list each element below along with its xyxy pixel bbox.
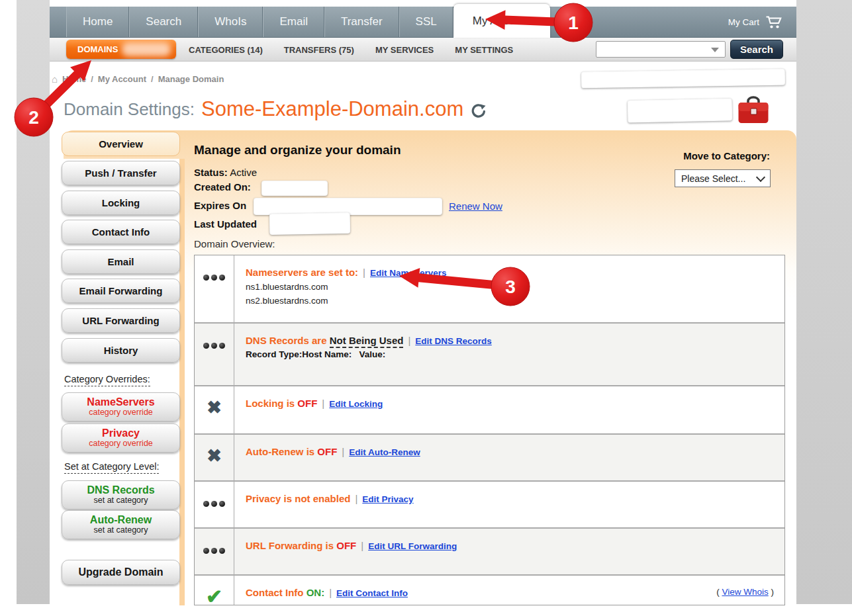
redacted-updated-date — [269, 212, 351, 235]
separator: | — [329, 587, 332, 598]
redacted-created-date — [261, 181, 328, 196]
sub-nav-item-transfers-75-[interactable]: TRANSFERS (75) — [284, 45, 354, 55]
top-nav-tab-ssl[interactable]: SSL — [399, 7, 453, 37]
title-segment: OFF — [336, 540, 356, 551]
overview-row-edit-auto-renew: ✖Auto-Renew is OFF|Edit Auto-Renew — [195, 435, 784, 482]
sidebar-tab-locking[interactable]: Locking — [62, 191, 180, 215]
top-nav-tab-transfer[interactable]: Transfer — [324, 7, 399, 37]
title-segment: Privacy is not enabled — [246, 493, 350, 504]
my-cart-button[interactable]: My Cart — [728, 7, 783, 38]
top-navigation-bar: HomeSearchWhoIsEmailTransferSSLMy Accoun… — [50, 7, 796, 38]
edit-privacy-link[interactable]: Edit Privacy — [362, 494, 413, 504]
separator: | — [322, 398, 324, 409]
sidebar-tab-url-forwarding[interactable]: URL Forwarding — [62, 308, 180, 333]
overview-row-edit-contact-info: ✔Contact Info ON:|Edit Contact Info( Vie… — [195, 576, 784, 605]
edit-locking-link[interactable]: Edit Locking — [329, 399, 383, 409]
search-button[interactable]: Search — [730, 40, 783, 59]
breadcrumb-item-my-account[interactable]: My Account — [98, 74, 146, 84]
category-overrides-heading: Category Overrides: — [64, 374, 150, 386]
sub-nav-domains-tab[interactable]: DOMAINS — [66, 40, 176, 59]
renew-now-link[interactable]: Renew Now — [449, 200, 502, 212]
page-title-prefix: Domain Settings: — [64, 99, 195, 120]
top-nav-tab-my-account[interactable]: My Account — [453, 4, 550, 38]
top-nav-tab-whois[interactable]: WhoIs — [198, 7, 263, 37]
set-at-category-heading: Set at Category Level: — [64, 461, 159, 474]
sidebar-tab-history[interactable]: History — [62, 338, 180, 363]
sidebar-upgrade-domain-button[interactable]: Upgrade Domain — [62, 560, 180, 585]
row-content: Contact Info ON:|Edit Contact Info( View… — [234, 576, 784, 605]
separator: | — [342, 446, 344, 457]
breadcrumb-separator: / — [91, 74, 93, 84]
sub-nav-item-my-settings[interactable]: MY SETTINGS — [455, 45, 513, 55]
toolbox-icon[interactable] — [737, 96, 769, 128]
row-title: DNS Records are Not Being Used|Edit DNS … — [246, 335, 775, 346]
expires-on-label: Expires On — [194, 200, 246, 211]
sidebar-tab-push-transfer[interactable]: Push / Transfer — [62, 161, 180, 185]
home-icon: ⌂ — [52, 73, 58, 85]
row-content: Privacy is not enabled|Edit Privacy — [234, 482, 784, 527]
dots-icon — [195, 529, 234, 574]
edit-nameservers-link[interactable]: Edit NameServers — [370, 268, 447, 278]
sidebar-tab-email[interactable]: Email — [62, 249, 180, 274]
overview-row-edit-dns-records: DNS Records are Not Being Used|Edit DNS … — [195, 324, 784, 386]
combobox-dropdown-arrow-icon[interactable] — [711, 48, 719, 52]
sidebar-tab-email-forwarding[interactable]: Email Forwarding — [62, 279, 180, 303]
domain-search-input[interactable] — [599, 42, 711, 57]
refresh-icon[interactable] — [470, 103, 486, 119]
my-cart-label: My Cart — [728, 17, 759, 27]
status-value: Active — [230, 167, 257, 178]
redacted-account-info — [581, 69, 785, 89]
row-title: Contact Info ON:|Edit Contact Info — [246, 587, 775, 598]
domain-settings-page: HomeSearchWhoIsEmailTransferSSLMy Accoun… — [0, 0, 852, 616]
sidebar-category-auto-renew[interactable]: Auto-Renewset at category — [62, 510, 180, 539]
view-whois-note: ( View Whois ) — [716, 587, 774, 597]
note-suffix: ) — [769, 587, 774, 597]
edit-contact-info-link[interactable]: Edit Contact Info — [336, 588, 408, 598]
breadcrumb-item-home[interactable]: Home — [62, 74, 86, 84]
edit-auto-renew-link[interactable]: Edit Auto-Renew — [349, 447, 420, 457]
sidebar-tab-overview[interactable]: Overview — [62, 132, 180, 156]
sub-nav-item-my-services[interactable]: MY SERVICES — [375, 45, 434, 55]
row-title: Auto-Renew is OFF|Edit Auto-Renew — [246, 446, 775, 457]
top-nav-tab-email[interactable]: Email — [263, 7, 324, 37]
page-title: Domain Settings: Some-Example-Domain.com — [64, 97, 486, 121]
button-title: Privacy — [102, 428, 140, 439]
sidebar-override-nameservers[interactable]: NameServerscategory override — [62, 392, 180, 421]
edit-dns-records-link[interactable]: Edit DNS Records — [415, 336, 492, 346]
title-segment: OFF — [317, 446, 337, 457]
x-icon: ✖ — [195, 435, 234, 480]
breadcrumb: ⌂ Home/My Account/Manage Domain — [52, 73, 224, 85]
check-icon: ✔ — [195, 576, 234, 605]
sidebar-category-dns-records[interactable]: DNS Recordsset at category — [62, 480, 180, 509]
status-line: Status: Active — [194, 167, 257, 178]
sidebar-tab-contact-info[interactable]: Contact Info — [62, 220, 180, 244]
x-icon: ✖ — [195, 386, 234, 433]
overview-row-edit-locking: ✖Locking is OFF|Edit Locking — [195, 386, 784, 435]
edit-url-forwarding-link[interactable]: Edit URL Forwarding — [368, 541, 457, 551]
dots-icon — [195, 255, 234, 322]
separator: | — [355, 493, 357, 504]
domain-search-combobox[interactable] — [596, 41, 726, 58]
view-whois-link[interactable]: View Whois — [722, 587, 768, 597]
domain-name: Some-Example-Domain.com — [201, 97, 463, 121]
sidebar-override-privacy[interactable]: Privacycategory override — [62, 423, 180, 453]
separator: | — [408, 335, 410, 346]
title-segment: Locking is — [246, 398, 297, 409]
title-segment: DNS Records are — [246, 335, 330, 346]
sub-nav-item-categories-14-[interactable]: CATEGORIES (14) — [189, 45, 263, 55]
dots-icon — [195, 324, 234, 385]
redacted-domains-count — [122, 42, 171, 56]
row-title: Nameservers are set to:|Edit NameServers — [246, 267, 775, 278]
button-subtitle: set at category — [94, 496, 148, 506]
overview-row-edit-nameservers: Nameservers are set to:|Edit NameServers… — [195, 255, 784, 324]
top-nav-tab-search[interactable]: Search — [129, 7, 198, 37]
button-title: NameServers — [87, 397, 154, 408]
title-segment: Nameservers are set to: — [246, 267, 358, 278]
category-select[interactable]: Please Select... — [675, 169, 771, 187]
left-page-margin — [17, 0, 50, 604]
title-segment: OFF — [297, 398, 317, 409]
button-subtitle: set at category — [94, 526, 148, 535]
breadcrumb-item-manage-domain[interactable]: Manage Domain — [158, 74, 224, 84]
top-nav-tab-home[interactable]: Home — [66, 7, 129, 37]
title-segment: Contact Info — [246, 587, 307, 598]
